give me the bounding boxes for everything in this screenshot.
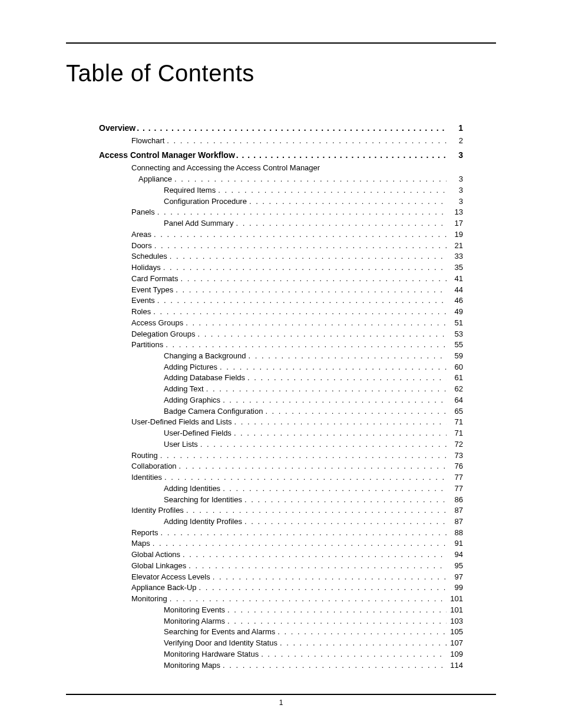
toc-entry[interactable]: Identities. . . . . . . . . . . . . . . …	[99, 472, 463, 483]
toc-leader-dots: . . . . . . . . . . . . . . . . . . . . …	[183, 318, 447, 328]
toc-entry-page: 19	[447, 229, 463, 240]
toc-heading[interactable]: Access Control Manager Workflow. . . . .…	[99, 150, 463, 162]
toc-entry-label: Monitoring Alarms	[164, 616, 225, 627]
toc-entry[interactable]: Searching for Identities. . . . . . . . …	[99, 494, 463, 505]
toc-entry-label: Appliance Back-Up	[131, 582, 197, 593]
toc-entry-page: 2	[447, 136, 463, 146]
toc-entry[interactable]: Verifying Door and Identity Status. . . …	[99, 637, 463, 648]
toc-entry[interactable]: Searching for Events and Alarms. . . . .…	[99, 627, 463, 638]
toc-entry-page: 103	[447, 616, 463, 627]
toc-entry[interactable]: Schedules. . . . . . . . . . . . . . . .…	[99, 251, 463, 262]
toc-entry-label: Adding Graphics	[164, 395, 220, 406]
toc-entry[interactable]: Card Formats. . . . . . . . . . . . . . …	[99, 273, 463, 284]
toc-entry[interactable]: Access Groups. . . . . . . . . . . . . .…	[99, 317, 463, 328]
toc-entry-page: 3	[447, 150, 463, 161]
toc-entry[interactable]: Partitions. . . . . . . . . . . . . . . …	[99, 340, 463, 351]
toc-entry-label: Flowchart	[131, 136, 164, 146]
toc-entry[interactable]: Changing a Background. . . . . . . . . .…	[99, 350, 463, 361]
toc-leader-dots: . . . . . . . . . . . . . . . . . . . . …	[263, 406, 447, 417]
toc-heading[interactable]: Overview. . . . . . . . . . . . . . . . …	[99, 122, 463, 134]
toc-entry[interactable]: Adding Graphics. . . . . . . . . . . . .…	[99, 394, 463, 406]
toc-entry-page: 95	[447, 561, 463, 571]
toc-entry-page: 51	[447, 318, 463, 328]
toc-entry[interactable]: Panel Add Summary. . . . . . . . . . . .…	[99, 218, 463, 229]
toc-entry[interactable]: Connecting and Accessing the Access Cont…	[99, 163, 463, 174]
toc-entry[interactable]: Monitoring Alarms. . . . . . . . . . . .…	[99, 615, 463, 627]
toc-leader-dots: . . . . . . . . . . . . . . . . . . . . …	[167, 594, 447, 604]
toc-entry[interactable]: Adding Text. . . . . . . . . . . . . . .…	[99, 384, 463, 395]
page-number: 1	[0, 699, 562, 707]
toc-entry-label: Doors	[131, 241, 152, 251]
toc-entry-label: Badge Camera Configuration	[164, 406, 263, 417]
toc-entry[interactable]: Monitoring Maps. . . . . . . . . . . . .…	[99, 660, 463, 671]
toc-leader-dots: . . . . . . . . . . . . . . . . . . . . …	[186, 561, 447, 571]
toc-entry[interactable]: Holidays. . . . . . . . . . . . . . . . …	[99, 262, 463, 274]
toc-leader-dots: . . . . . . . . . . . . . . . . . . . . …	[220, 660, 447, 671]
toc-entry-label: Events	[131, 295, 155, 306]
toc-entry[interactable]: Routing. . . . . . . . . . . . . . . . .…	[99, 450, 463, 461]
toc-entry-label: Schedules	[131, 251, 167, 262]
toc-entry[interactable]: Adding Pictures. . . . . . . . . . . . .…	[99, 361, 463, 373]
toc-entry[interactable]: User-Defined Fields and Lists. . . . . .…	[99, 417, 463, 428]
toc-leader-dots: . . . . . . . . . . . . . . . . . . . . …	[277, 638, 447, 648]
toc-entry-label: Adding Database Fields	[164, 373, 245, 383]
toc-entry[interactable]: Elevator Access Levels. . . . . . . . . …	[99, 571, 463, 582]
toc-entry[interactable]: Roles. . . . . . . . . . . . . . . . . .…	[99, 306, 463, 317]
toc-leader-dots: . . . . . . . . . . . . . . . . . . . . …	[225, 605, 447, 615]
toc-entry[interactable]: Monitoring Hardware Status. . . . . . . …	[99, 648, 463, 660]
toc-entry-label: Searching for Events and Alarms	[164, 627, 275, 637]
toc-entry[interactable]: Adding Database Fields. . . . . . . . . …	[99, 373, 463, 384]
toc-entry-page: 41	[447, 274, 463, 284]
toc-entry[interactable]: Appliance. . . . . . . . . . . . . . . .…	[99, 174, 463, 185]
toc-leader-dots: . . . . . . . . . . . . . . . . . . . . …	[184, 505, 447, 516]
toc-entry-page: 87	[447, 505, 463, 516]
toc-leader-dots: . . . . . . . . . . . . . . . . . . . . …	[225, 616, 447, 627]
toc-entry[interactable]: Maps. . . . . . . . . . . . . . . . . . …	[99, 538, 463, 549]
toc-entry-page: 72	[447, 439, 463, 450]
toc-entry[interactable]: User-Defined Fields. . . . . . . . . . .…	[99, 428, 463, 439]
toc-entry[interactable]: Flowchart. . . . . . . . . . . . . . . .…	[99, 135, 463, 146]
toc-entry[interactable]: Adding Identity Profiles. . . . . . . . …	[99, 516, 463, 527]
toc-entry-label: Adding Identities	[164, 483, 220, 494]
toc-entry-page: 33	[447, 251, 463, 262]
toc-entry[interactable]: Configuration Procedure. . . . . . . . .…	[99, 196, 463, 207]
toc-entry-page: 101	[447, 605, 463, 615]
toc-leader-dots: . . . . . . . . . . . . . . . . . . . . …	[161, 262, 447, 273]
toc-entry[interactable]: Required Items. . . . . . . . . . . . . …	[99, 185, 463, 196]
toc-entry[interactable]: Event Types. . . . . . . . . . . . . . .…	[99, 284, 463, 295]
toc-entry[interactable]: Reports. . . . . . . . . . . . . . . . .…	[99, 527, 463, 538]
toc-entry[interactable]: Appliance Back-Up. . . . . . . . . . . .…	[99, 582, 463, 594]
toc-entry-page: 3	[447, 185, 463, 196]
toc-entry-label: Partitions	[131, 340, 163, 350]
toc-leader-dots: . . . . . . . . . . . . . . . . . . . . …	[220, 395, 447, 406]
toc-leader-dots: . . . . . . . . . . . . . . . . . . . . …	[275, 627, 447, 637]
toc-entry[interactable]: Doors. . . . . . . . . . . . . . . . . .…	[99, 240, 463, 251]
toc-entry-page: 76	[447, 461, 463, 472]
toc-entry-label: Roles	[131, 307, 151, 317]
toc-entry[interactable]: Delegation Groups. . . . . . . . . . . .…	[99, 328, 463, 340]
toc-entry[interactable]: Areas. . . . . . . . . . . . . . . . . .…	[99, 229, 463, 240]
toc-entry-page: 71	[447, 417, 463, 427]
toc-entry[interactable]: Badge Camera Configuration. . . . . . . …	[99, 406, 463, 417]
toc-entry[interactable]: Monitoring. . . . . . . . . . . . . . . …	[99, 594, 463, 605]
toc-leader-dots: . . . . . . . . . . . . . . . . . . . . …	[178, 274, 447, 284]
toc-entry-label: Global Linkages	[131, 561, 186, 571]
toc-entry[interactable]: Identity Profiles. . . . . . . . . . . .…	[99, 505, 463, 516]
toc-entry-page: 3	[447, 196, 463, 207]
toc-entry-label: Areas	[131, 229, 151, 240]
toc-leader-dots: . . . . . . . . . . . . . . . . . . . . …	[242, 495, 447, 505]
toc-entry[interactable]: Monitoring Events. . . . . . . . . . . .…	[99, 604, 463, 615]
toc-entry-label: Required Items	[164, 185, 216, 196]
toc-leader-dots: . . . . . . . . . . . . . . . . . . . . …	[242, 516, 447, 527]
toc-entry-page: 77	[447, 472, 463, 483]
toc-leader-dots: . . . . . . . . . . . . . . . . . . . . …	[163, 340, 447, 350]
toc-entry[interactable]: User Lists. . . . . . . . . . . . . . . …	[99, 439, 463, 450]
toc-entry[interactable]: Global Actions. . . . . . . . . . . . . …	[99, 549, 463, 561]
toc-entry[interactable]: Collaboration. . . . . . . . . . . . . .…	[99, 461, 463, 472]
toc-entry[interactable]: Global Linkages. . . . . . . . . . . . .…	[99, 560, 463, 571]
toc-entry-page: 17	[447, 218, 463, 229]
toc-entry[interactable]: Adding Identities. . . . . . . . . . . .…	[99, 483, 463, 494]
toc-entry[interactable]: Events. . . . . . . . . . . . . . . . . …	[99, 295, 463, 307]
toc-entry[interactable]: Panels. . . . . . . . . . . . . . . . . …	[99, 207, 463, 218]
toc-leader-dots: . . . . . . . . . . . . . . . . . . . . …	[210, 572, 447, 582]
